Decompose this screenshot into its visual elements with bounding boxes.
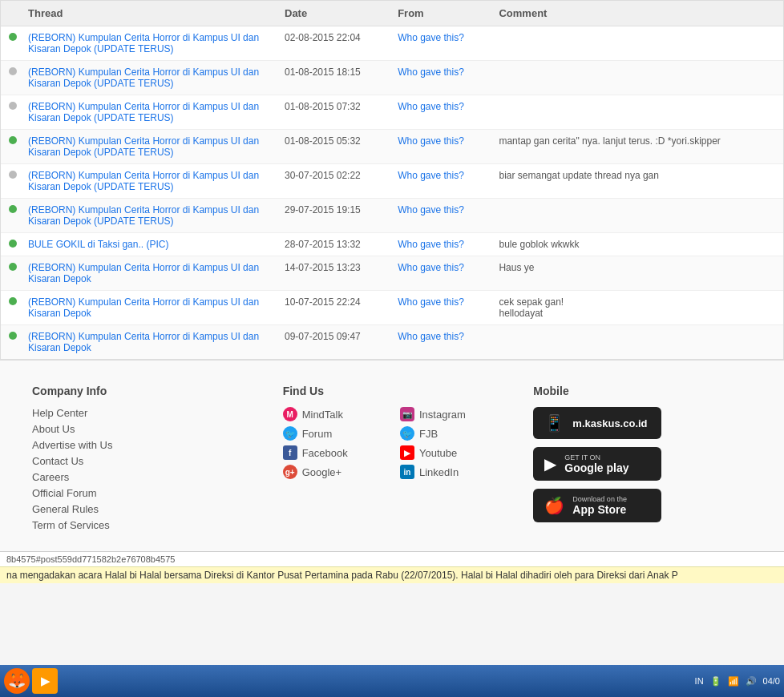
thread-cell: (REBORN) Kumpulan Cerita Horror di Kampu… xyxy=(20,61,277,95)
thread-link[interactable]: (REBORN) Kumpulan Cerita Horror di Kampu… xyxy=(28,296,259,319)
mindtalk-icon: M xyxy=(283,407,297,421)
col-date: Date xyxy=(277,1,390,26)
google-play-large: Google play xyxy=(564,461,628,474)
from-cell: Who gave this? xyxy=(390,199,491,233)
mobile-buttons: 📱 m.kaskus.co.id ▶ GET IT ON Google play xyxy=(533,407,752,522)
comment-cell: Haus ye xyxy=(491,256,783,291)
forum-icon: 🐦 xyxy=(283,426,297,441)
gplus-icon: g+ xyxy=(283,465,297,479)
app-store-large: App Store xyxy=(572,503,627,516)
footer-inner: Company Info Help CenterAbout UsAdvertis… xyxy=(32,385,752,535)
thread-cell: (REBORN) Kumpulan Cerita Horror di Kampu… xyxy=(20,291,277,325)
thread-cell: (REBORN) Kumpulan Cerita Horror di Kampu… xyxy=(20,325,277,360)
from-cell: Who gave this? xyxy=(390,26,491,61)
table-row: (REBORN) Kumpulan Cerita Horror di Kampu… xyxy=(1,130,783,164)
status-bar: 8b4575#post559dd771582b2e76708b4575 xyxy=(0,551,784,566)
from-cell: Who gave this? xyxy=(390,61,491,95)
from-link[interactable]: Who gave this? xyxy=(398,66,464,78)
thread-cell: (REBORN) Kumpulan Cerita Horror di Kampu… xyxy=(20,130,277,164)
from-cell: Who gave this? xyxy=(390,95,491,130)
thread-link[interactable]: (REBORN) Kumpulan Cerita Horror di Kampu… xyxy=(28,204,259,227)
social-link-youtube[interactable]: ▶Youtube xyxy=(400,445,501,460)
green-dot xyxy=(9,332,17,340)
col-dot xyxy=(1,1,20,26)
from-link[interactable]: Who gave this? xyxy=(398,262,464,273)
thread-cell: (REBORN) Kumpulan Cerita Horror di Kampu… xyxy=(20,26,277,61)
social-label: MindTalk xyxy=(302,409,343,421)
comment-cell: mantap gan cerita" nya. lanjut terus. :D… xyxy=(491,130,783,164)
comment-cell: bule goblok wkwkk xyxy=(491,233,783,256)
company-link[interactable]: Official Forum xyxy=(32,487,251,499)
company-info-title: Company Info xyxy=(32,385,251,397)
company-link[interactable]: Help Center xyxy=(32,407,251,419)
footer: Company Info Help CenterAbout UsAdvertis… xyxy=(0,360,784,551)
company-link[interactable]: General Rules xyxy=(32,503,251,515)
from-link[interactable]: Who gave this? xyxy=(398,135,464,147)
date-cell: 01-08-2015 07:32 xyxy=(277,95,390,130)
apple-icon: 🍎 xyxy=(544,496,564,515)
col-from: From xyxy=(390,1,491,26)
from-cell: Who gave this? xyxy=(390,325,491,360)
from-link[interactable]: Who gave this? xyxy=(398,296,464,308)
thread-link[interactable]: (REBORN) Kumpulan Cerita Horror di Kampu… xyxy=(28,101,259,123)
from-link[interactable]: Who gave this? xyxy=(398,170,464,181)
status-dot-cell xyxy=(1,61,20,95)
social-label: LinkedIn xyxy=(419,466,459,478)
social-link-mindtalk[interactable]: MMindTalk xyxy=(283,407,384,421)
social-link-gplus[interactable]: g+Google+ xyxy=(283,465,384,479)
comment-cell xyxy=(491,61,783,95)
google-play-btn[interactable]: ▶ GET IT ON Google play xyxy=(533,447,661,481)
thread-table: Thread Date From Comment (REBORN) Kumpul… xyxy=(1,1,783,359)
date-cell: 09-07-2015 09:47 xyxy=(277,325,390,360)
from-link[interactable]: Who gave this? xyxy=(398,239,464,250)
thread-cell: (REBORN) Kumpulan Cerita Horror di Kampu… xyxy=(20,164,277,199)
company-link[interactable]: Careers xyxy=(32,471,251,483)
social-link-fjb[interactable]: 🐦FJB xyxy=(400,426,501,441)
social-label: Youtube xyxy=(419,447,457,459)
mobile-title: Mobile xyxy=(533,385,752,397)
green-dot xyxy=(9,297,17,305)
social-link-forum[interactable]: 🐦Forum xyxy=(283,426,384,441)
green-dot xyxy=(9,205,17,213)
scroll-bar: na mengadakan acara Halal bi Halal bersa… xyxy=(0,566,784,583)
social-link-linkedin[interactable]: inLinkedIn xyxy=(400,465,501,479)
from-link[interactable]: Who gave this? xyxy=(398,101,464,112)
status-dot-cell xyxy=(1,199,20,233)
green-dot xyxy=(9,33,17,41)
google-play-small: GET IT ON xyxy=(564,453,628,461)
table-row: (REBORN) Kumpulan Cerita Horror di Kampu… xyxy=(1,26,783,61)
mobile-kaskus-btn[interactable]: 📱 m.kaskus.co.id xyxy=(533,407,661,439)
from-link[interactable]: Who gave this? xyxy=(398,331,464,342)
company-link[interactable]: Contact Us xyxy=(32,455,251,467)
from-link[interactable]: Who gave this? xyxy=(398,32,464,43)
instagram-icon: 📷 xyxy=(400,407,414,421)
thread-link[interactable]: (REBORN) Kumpulan Cerita Horror di Kampu… xyxy=(28,331,259,353)
company-link[interactable]: About Us xyxy=(32,423,251,435)
table-row: (REBORN) Kumpulan Cerita Horror di Kampu… xyxy=(1,256,783,291)
company-link[interactable]: Term of Services xyxy=(32,519,251,531)
status-dot-cell xyxy=(1,164,20,199)
company-link[interactable]: Advertise with Us xyxy=(32,439,251,451)
footer-mobile: Mobile 📱 m.kaskus.co.id ▶ GET IT ON xyxy=(533,385,752,535)
from-link[interactable]: Who gave this? xyxy=(398,204,464,216)
thread-link[interactable]: (REBORN) Kumpulan Cerita Horror di Kampu… xyxy=(28,170,259,192)
footer-company-info: Company Info Help CenterAbout UsAdvertis… xyxy=(32,385,251,535)
thread-link[interactable]: (REBORN) Kumpulan Cerita Horror di Kampu… xyxy=(28,32,259,54)
thread-cell: (REBORN) Kumpulan Cerita Horror di Kampu… xyxy=(20,95,277,130)
date-cell: 14-07-2015 13:23 xyxy=(277,256,390,291)
gray-dot xyxy=(9,171,17,179)
col-thread: Thread xyxy=(20,1,277,26)
social-link-instagram[interactable]: 📷Instagram xyxy=(400,407,501,421)
thread-link[interactable]: (REBORN) Kumpulan Cerita Horror di Kampu… xyxy=(28,135,259,158)
thread-link[interactable]: (REBORN) Kumpulan Cerita Horror di Kampu… xyxy=(28,262,259,284)
app-store-btn[interactable]: 🍎 Download on the App Store xyxy=(533,489,661,522)
table-header-row: Thread Date From Comment xyxy=(1,1,783,26)
social-link-facebook[interactable]: fFacebook xyxy=(283,445,384,460)
youtube-icon: ▶ xyxy=(400,445,414,460)
thread-link[interactable]: BULE GOKIL di Taksi gan.. (PIC) xyxy=(28,239,168,250)
comment-cell: biar semangat update thread nya gan xyxy=(491,164,783,199)
kaskus-mobile-label: m.kaskus.co.id xyxy=(572,417,647,429)
date-cell: 01-08-2015 18:15 xyxy=(277,61,390,95)
thread-link[interactable]: (REBORN) Kumpulan Cerita Horror di Kampu… xyxy=(28,66,259,89)
comment-cell xyxy=(491,325,783,360)
